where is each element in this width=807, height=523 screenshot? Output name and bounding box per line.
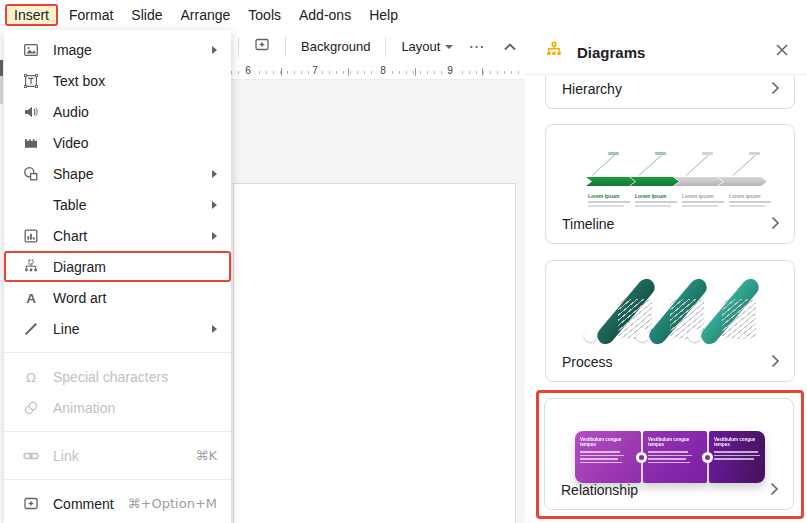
workspace: Background Layout ··· 6 7 8 9 xyxy=(231,30,525,523)
menu-divider xyxy=(4,352,231,353)
more-options-button[interactable]: ··· xyxy=(461,35,493,58)
chart-icon xyxy=(22,228,40,244)
menu-item-label: Video xyxy=(53,135,217,151)
menu-item-label: Table xyxy=(53,197,212,213)
collapse-toolbar-button[interactable] xyxy=(503,42,517,52)
diagram-card-timeline[interactable]: Lorem Ipsum Lorem Ipsum Lorem ipsum Lore… xyxy=(545,124,795,244)
menubar: Insert Format Slide Arrange Tools Add-on… xyxy=(0,0,807,30)
menu-item-video[interactable]: Video xyxy=(4,127,231,158)
chevron-right-icon xyxy=(771,81,780,99)
horizontal-ruler: 6 7 8 9 xyxy=(231,63,525,80)
ruler-number: 8 xyxy=(377,65,389,76)
connector-node xyxy=(702,452,713,463)
menubar-item-arrange[interactable]: Arrange xyxy=(172,4,240,26)
add-comment-button[interactable] xyxy=(246,33,278,60)
ruler-tick-major xyxy=(415,68,416,76)
menu-shortcut: ⌘+Option+M xyxy=(128,496,217,511)
menubar-item-slide[interactable]: Slide xyxy=(122,4,171,26)
menubar-item-help[interactable]: Help xyxy=(360,4,407,26)
layout-dropdown[interactable]: Layout xyxy=(393,35,461,58)
diagrams-icon xyxy=(545,41,563,63)
submenu-arrow-icon xyxy=(212,232,217,240)
svg-text:A: A xyxy=(26,290,36,305)
submenu-arrow-icon xyxy=(212,170,217,178)
menu-item-word-art[interactable]: A Word art xyxy=(4,282,231,313)
close-icon[interactable] xyxy=(775,43,789,61)
menu-item-label: Special characters xyxy=(53,369,217,385)
video-icon xyxy=(22,135,40,151)
panel-title: Diagrams xyxy=(577,44,775,61)
connector-node xyxy=(636,452,647,463)
chevron-right-icon xyxy=(771,354,780,372)
ruler-tick-major xyxy=(482,68,483,76)
menu-divider xyxy=(4,479,231,480)
insert-menu: Image Text box Audio Video Shape Table C… xyxy=(4,30,231,523)
menu-item-label: Image xyxy=(53,42,212,58)
shape-icon xyxy=(22,166,40,182)
menu-item-audio[interactable]: Audio xyxy=(4,96,231,127)
menubar-item-tools[interactable]: Tools xyxy=(239,4,290,26)
diagram-card-relationship[interactable]: Vestibulum congue tempus Vestibulum cong… xyxy=(544,398,794,510)
menu-item-label: Diagram xyxy=(53,259,217,275)
menu-item-animation: Animation xyxy=(4,392,231,423)
menu-item-label: Word art xyxy=(53,290,217,306)
diagram-card-process[interactable]: Process xyxy=(545,260,795,382)
menu-item-table[interactable]: Table xyxy=(4,189,231,220)
omega-icon: Ω xyxy=(22,369,40,385)
link-icon xyxy=(22,448,40,464)
table-icon-blank xyxy=(22,197,40,213)
card-label: Hierarchy xyxy=(562,81,622,97)
menu-item-link: Link ⌘K xyxy=(4,440,231,471)
relationship-highlight-box: Vestibulum congue tempus Vestibulum cong… xyxy=(536,390,804,519)
toolbar-edge-fragment xyxy=(0,76,3,104)
diagram-card-hierarchy[interactable]: Hierarchy xyxy=(545,76,795,109)
comment-icon xyxy=(22,496,40,512)
layout-label: Layout xyxy=(401,39,440,54)
menu-item-special-characters: Ω Special characters xyxy=(4,361,231,392)
menu-item-diagram[interactable]: Diagram xyxy=(4,251,231,282)
submenu-arrow-icon xyxy=(212,46,217,54)
menu-item-text-box[interactable]: Text box xyxy=(4,65,231,96)
diagrams-panel-body: Hierarchy Lorem Ipsum Lo xyxy=(525,76,807,523)
ruler-tick-major xyxy=(281,68,282,76)
menubar-item-format[interactable]: Format xyxy=(60,4,122,26)
slide-toolbar: Background Layout ··· xyxy=(231,30,525,63)
toolbar-divider xyxy=(285,37,286,57)
menu-item-label: Shape xyxy=(53,166,212,182)
menu-item-chart[interactable]: Chart xyxy=(4,220,231,251)
ruler-number: 9 xyxy=(444,65,456,76)
toolbar-edge-fragment xyxy=(0,60,3,76)
card-label: Timeline xyxy=(562,216,614,232)
menu-item-line[interactable]: Line xyxy=(4,313,231,344)
ruler-number: 6 xyxy=(242,65,254,76)
submenu-arrow-icon xyxy=(212,325,217,333)
chevron-right-icon xyxy=(770,482,779,500)
image-icon xyxy=(22,42,40,58)
menu-item-comment[interactable]: Comment ⌘+Option+M xyxy=(4,488,231,519)
card-label: Process xyxy=(562,354,613,370)
diagrams-panel: Diagrams Hierarchy Lor xyxy=(525,30,807,523)
menu-item-label: Line xyxy=(53,321,212,337)
submenu-arrow-icon xyxy=(212,201,217,209)
audio-icon xyxy=(22,104,40,120)
chevron-up-icon xyxy=(503,42,517,52)
relationship-thumbnail: Vestibulum congue tempus Vestibulum cong… xyxy=(575,431,765,483)
toolbar-divider xyxy=(385,37,386,57)
word-art-icon: A xyxy=(22,290,40,306)
svg-text:Ω: Ω xyxy=(26,369,36,384)
chevron-right-icon xyxy=(771,216,780,234)
background-button[interactable]: Background xyxy=(293,35,378,58)
timeline-thumbnail: Lorem Ipsum Lorem Ipsum Lorem ipsum Lore… xyxy=(556,135,786,207)
slide-canvas-background xyxy=(231,80,525,523)
menubar-item-addons[interactable]: Add-ons xyxy=(290,4,360,26)
add-comment-icon xyxy=(254,37,270,56)
diagrams-panel-header: Diagrams xyxy=(525,30,807,75)
menubar-item-insert[interactable]: Insert xyxy=(5,4,58,26)
menu-item-image[interactable]: Image xyxy=(4,34,231,65)
ruler-tick-major xyxy=(348,68,349,76)
menu-item-shape[interactable]: Shape xyxy=(4,158,231,189)
menu-item-label: Link xyxy=(53,448,195,464)
text-box-icon xyxy=(22,73,40,89)
card-label: Relationship xyxy=(561,482,638,498)
slide-page[interactable] xyxy=(233,183,516,523)
